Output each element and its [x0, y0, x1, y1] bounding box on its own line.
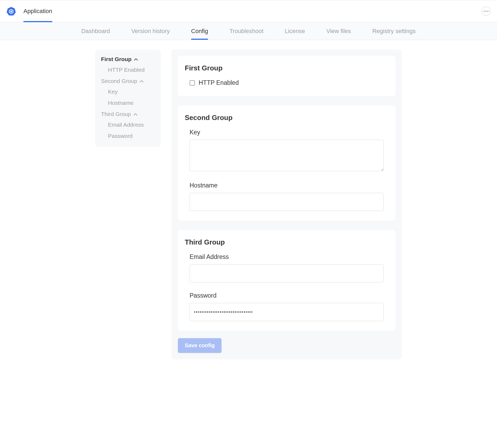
- field-email: Email Address: [185, 253, 388, 282]
- app-logo-icon: [6, 6, 16, 16]
- sub-nav-inner: Dashboard Version history Config Trouble…: [81, 22, 416, 40]
- field-hostname: Hostname: [185, 182, 388, 211]
- tab-view-files[interactable]: View files: [326, 22, 351, 40]
- sidebar-group-label: Third Group: [101, 111, 131, 117]
- app-title[interactable]: Application: [23, 0, 52, 22]
- more-menu-button[interactable]: [482, 7, 491, 16]
- sidebar-subitems-third: Email Address Password: [101, 122, 155, 139]
- chevron-up-icon: [134, 57, 138, 61]
- key-label: Key: [190, 129, 384, 136]
- config-sidebar: First Group HTTP Enabled Second Group Ke…: [95, 50, 161, 147]
- http-enabled-row: HTTP Enabled: [185, 79, 388, 86]
- tab-license[interactable]: License: [285, 22, 305, 40]
- tab-version-history[interactable]: Version history: [131, 22, 170, 40]
- sidebar-group-label: First Group: [101, 56, 131, 62]
- password-label: Password: [190, 292, 384, 299]
- card-title: First Group: [185, 64, 388, 72]
- sub-nav: Dashboard Version history Config Trouble…: [0, 22, 497, 40]
- tab-dashboard[interactable]: Dashboard: [81, 22, 110, 40]
- tab-troubleshoot[interactable]: Troubleshoot: [229, 22, 263, 40]
- sidebar-item-email[interactable]: Email Address: [108, 122, 155, 128]
- sidebar-item-http-enabled[interactable]: HTTP Enabled: [108, 67, 155, 73]
- field-password: Password: [185, 292, 388, 321]
- hostname-label: Hostname: [190, 182, 384, 189]
- save-config-button[interactable]: Save config: [178, 338, 222, 353]
- main-inner: First Group HTTP Enabled Second Group Ke…: [95, 50, 402, 359]
- dot-icon: [484, 11, 485, 12]
- card-title: Third Group: [185, 238, 388, 246]
- sidebar-group-first[interactable]: First Group: [101, 56, 155, 62]
- card-second-group: Second Group Key Hostname: [178, 106, 395, 221]
- hostname-input[interactable]: [190, 193, 384, 211]
- main-wrap: First Group HTTP Enabled Second Group Ke…: [0, 40, 497, 370]
- config-content: First Group HTTP Enabled Second Group Ke…: [171, 50, 402, 359]
- key-textarea[interactable]: [190, 140, 384, 171]
- password-input[interactable]: [190, 303, 384, 321]
- email-input[interactable]: [190, 264, 384, 282]
- sidebar-group-second[interactable]: Second Group: [101, 78, 155, 84]
- dot-icon: [487, 11, 488, 12]
- http-enabled-label: HTTP Enabled: [199, 79, 239, 86]
- card-first-group: First Group HTTP Enabled: [178, 56, 395, 96]
- chevron-up-icon: [134, 112, 137, 116]
- dot-icon: [486, 11, 487, 12]
- sidebar-item-password[interactable]: Password: [108, 133, 155, 139]
- card-third-group: Third Group Email Address Password: [178, 230, 395, 331]
- http-enabled-checkbox[interactable]: [190, 80, 195, 86]
- tab-config[interactable]: Config: [191, 22, 208, 40]
- sidebar-item-hostname[interactable]: Hostname: [108, 100, 155, 106]
- sidebar-group-third[interactable]: Third Group: [101, 111, 155, 117]
- email-label: Email Address: [190, 253, 384, 261]
- tab-registry-settings[interactable]: Registry settings: [372, 22, 416, 40]
- field-key: Key: [185, 129, 388, 172]
- sidebar-subitems-second: Key Hostname: [101, 89, 155, 106]
- sidebar-item-key[interactable]: Key: [108, 89, 155, 95]
- sidebar-subitems-first: HTTP Enabled: [101, 67, 155, 73]
- card-title: Second Group: [185, 114, 388, 122]
- sidebar-group-label: Second Group: [101, 78, 137, 84]
- chevron-up-icon: [140, 79, 143, 83]
- top-header: Application: [0, 0, 497, 22]
- top-header-left: Application: [6, 0, 52, 22]
